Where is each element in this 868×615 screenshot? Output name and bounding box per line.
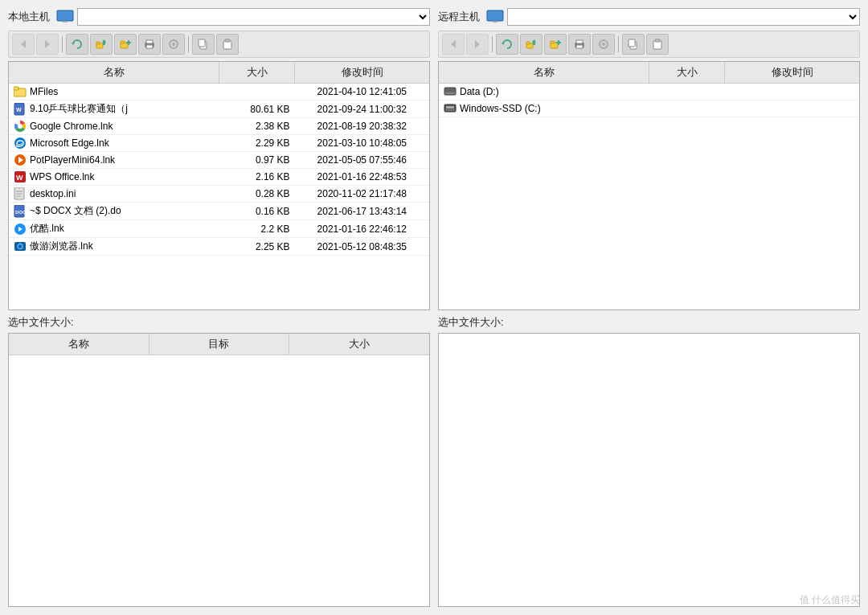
table-row[interactable]: desktop.ini 0.28 KB 2020-11-02 21:17:48 <box>9 186 429 203</box>
queue-col-名称[interactable]: 名称 <box>9 334 149 355</box>
local-col-date[interactable]: 修改时间 <box>295 62 429 84</box>
file-name: Microsoft Edge.lnk <box>30 137 109 149</box>
table-row[interactable]: W 9.10乒乓球比赛通知（j 80.61 KB 2021-09-24 11:0… <box>9 100 429 118</box>
local-file-table: 名称 大小 修改时间 MFiles 2021-04-10 12:41:05 W … <box>9 62 429 256</box>
file-name: Data (D:) <box>460 86 499 97</box>
table-row[interactable]: 傲游浏览器.lnk 2.25 KB 2021-05-12 08:48:35 <box>9 238 429 256</box>
file-date: 2021-09-24 11:00:32 <box>295 100 429 118</box>
file-size: 80.61 KB <box>219 100 295 118</box>
table-row[interactable]: Microsoft Edge.lnk 2.29 KB 2021-03-10 10… <box>9 135 429 152</box>
svg-point-61 <box>602 43 605 46</box>
file-name: MFiles <box>30 86 58 97</box>
remote-paste-btn[interactable] <box>646 34 669 55</box>
file-date: 2020-11-02 21:17:48 <box>295 186 429 203</box>
queue-col-大小[interactable]: 大小 <box>289 334 429 355</box>
table-row[interactable]: Google Chrome.lnk 2.38 KB 2021-08-19 20:… <box>9 118 429 135</box>
local-file-tbody: MFiles 2021-04-10 12:41:05 W 9.10乒乓球比赛通知… <box>9 84 429 256</box>
ini-icon <box>14 187 27 200</box>
svg-rect-19 <box>199 39 205 47</box>
file-name: Windows-SSD (C:) <box>460 103 541 114</box>
svg-rect-54 <box>551 41 555 43</box>
local-host-selector <box>56 8 430 26</box>
file-name: 傲游浏览器.lnk <box>30 240 93 253</box>
file-name: WPS Office.lnk <box>30 171 94 182</box>
svg-rect-44 <box>487 10 503 21</box>
folder-icon <box>14 85 27 98</box>
remote-col-size[interactable]: 大小 <box>649 62 725 84</box>
svg-text:W: W <box>16 174 23 182</box>
local-monitor-icon <box>56 10 74 24</box>
table-row[interactable]: PotPlayerMini64.lnk 0.97 KB 2021-05-05 0… <box>9 152 429 169</box>
remote-back-btn[interactable] <box>442 34 465 55</box>
table-row[interactable]: 优酷.lnk 2.2 KB 2021-01-16 22:46:12 <box>9 220 429 238</box>
remote-col-date[interactable]: 修改时间 <box>725 62 859 84</box>
remote-col-name[interactable]: 名称 <box>439 62 649 84</box>
file-size: 2.38 KB <box>219 118 295 135</box>
local-host-dropdown[interactable] <box>77 8 430 26</box>
local-up-btn[interactable] <box>90 34 113 55</box>
file-size <box>649 84 725 100</box>
remote-host-dropdown[interactable] <box>507 8 860 26</box>
local-selected-size: 选中文件大小: <box>8 315 430 330</box>
svg-point-17 <box>172 43 175 46</box>
file-date <box>725 100 859 117</box>
local-paste-btn[interactable] <box>216 34 239 55</box>
svg-marker-3 <box>45 40 50 48</box>
table-row[interactable]: MFiles 2021-04-10 12:41:05 <box>9 84 429 100</box>
local-properties-btn[interactable] <box>162 34 185 55</box>
file-name: PotPlayerMini64.lnk <box>30 154 115 166</box>
svg-marker-47 <box>475 40 480 48</box>
svg-rect-65 <box>655 39 660 42</box>
queue-col-目标[interactable]: 目标 <box>149 334 289 355</box>
table-row[interactable]: Data (D:) <box>439 84 859 100</box>
svg-rect-50 <box>526 42 530 44</box>
local-col-size[interactable]: 大小 <box>219 62 295 84</box>
local-col-name[interactable]: 名称 <box>9 62 219 84</box>
wps-icon: W <box>14 170 27 183</box>
winc-icon <box>444 102 457 115</box>
remote-copy-btn[interactable] <box>622 34 645 55</box>
table-row[interactable]: DOC ~$ DOCX 文档 (2).do 0.16 KB 2021-06-17… <box>9 203 429 220</box>
svg-rect-1 <box>63 21 68 23</box>
svg-point-28 <box>14 137 26 149</box>
file-name: 优酷.lnk <box>30 222 64 236</box>
local-newfolder-btn[interactable] <box>114 34 137 55</box>
file-date: 2021-06-17 13:43:14 <box>295 203 429 220</box>
svg-marker-52 <box>532 39 536 43</box>
docx2-icon: DOC <box>14 205 27 218</box>
svg-point-68 <box>452 92 454 94</box>
remote-up-btn[interactable] <box>520 34 542 55</box>
local-refresh-btn[interactable] <box>66 34 88 55</box>
table-row[interactable]: Windows-SSD (C:) <box>439 100 859 117</box>
svg-rect-58 <box>576 40 583 43</box>
file-size: 2.29 KB <box>219 135 295 152</box>
local-back-btn[interactable] <box>12 34 35 55</box>
local-copy-btn[interactable] <box>192 34 215 55</box>
local-panel: 本地主机 <box>8 8 430 607</box>
aoyou-icon <box>14 240 27 253</box>
remote-properties-btn[interactable] <box>592 34 615 55</box>
svg-rect-45 <box>493 21 497 23</box>
remote-forward-btn[interactable] <box>466 34 489 55</box>
svg-rect-6 <box>96 42 100 44</box>
file-size: 0.16 KB <box>219 203 295 220</box>
chrome-icon <box>14 120 27 133</box>
table-row[interactable]: W WPS Office.lnk 2.16 KB 2021-01-16 22:4… <box>9 169 429 186</box>
remote-file-table: 名称 大小 修改时间 Data (D:) Windows-SSD (C:) <box>439 62 859 117</box>
remote-newfolder-btn[interactable] <box>544 34 567 55</box>
drive-icon <box>444 85 457 98</box>
remote-refresh-btn[interactable] <box>496 34 518 55</box>
remote-header: 远程主机 <box>438 8 860 26</box>
local-print-btn[interactable] <box>138 34 161 55</box>
svg-rect-21 <box>225 39 230 42</box>
svg-rect-10 <box>121 41 125 43</box>
remote-print-btn[interactable] <box>568 34 591 55</box>
local-queue-table: 名称目标大小 <box>9 334 429 355</box>
local-forward-btn[interactable] <box>36 34 59 55</box>
youku-icon <box>14 223 27 236</box>
remote-file-table-container: 名称 大小 修改时间 Data (D:) Windows-SSD (C:) <box>438 61 860 310</box>
file-date: 2021-04-10 12:41:05 <box>295 84 429 100</box>
remote-selected-size: 选中文件大小: <box>438 315 860 330</box>
file-size: 2.25 KB <box>219 238 295 256</box>
svg-rect-71 <box>446 106 454 109</box>
